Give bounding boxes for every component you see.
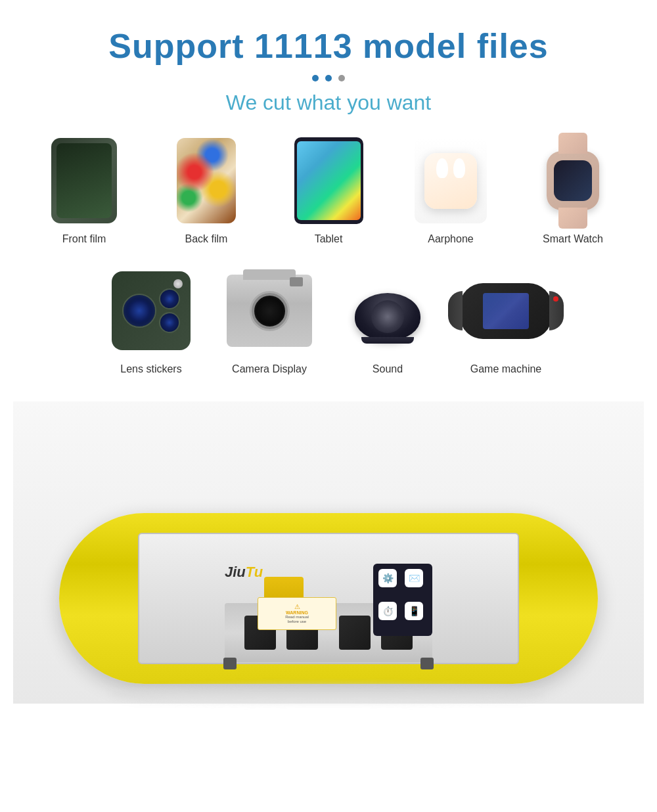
earphone-image (405, 135, 497, 227)
game-label: Game machine (470, 363, 542, 375)
speaker-inner (371, 300, 404, 333)
tablet-icon (294, 137, 363, 224)
watch-band-top (558, 133, 587, 154)
watch-icon (535, 138, 611, 223)
machine-inner: JiuTu ⚙️ ✉️ ⏱️ (138, 533, 519, 664)
phone-icon (51, 138, 117, 223)
speaker-body (355, 293, 420, 340)
header-section: Support 11113 model files We cut what yo… (13, 26, 644, 115)
game-image (460, 265, 552, 357)
product-camera: Camera Display (223, 265, 315, 375)
dots-row (13, 75, 644, 81)
lens-big (122, 294, 156, 328)
backfilm-icon (177, 138, 236, 223)
lens-image (105, 265, 197, 357)
warning-text: WARNING (286, 610, 308, 615)
machine-section: JiuTu ⚙️ ✉️ ⏱️ (13, 401, 644, 704)
camera-top (243, 269, 296, 280)
speaker-base (361, 337, 414, 344)
sound-image (342, 265, 434, 357)
product-sound: Sound (342, 265, 434, 375)
warning-label: ⚠ WARNING Read manualbefore use (258, 597, 336, 630)
product-back-film: Back film (148, 135, 264, 245)
machine-feet (59, 658, 598, 669)
screen-icon-4: 📱 (405, 602, 423, 620)
screen-icon-3: ⏱️ (378, 602, 397, 620)
smart-watch-label: Smart Watch (543, 233, 603, 245)
game-screen (483, 293, 529, 329)
warning-triangle: ⚠ (294, 603, 300, 610)
machine-logo: JiuTu (225, 564, 263, 581)
dot-2[interactable] (325, 75, 332, 81)
product-game: Game machine (460, 265, 552, 375)
warning-lines: Read manualbefore use (285, 615, 309, 624)
products-row2: Lens stickers Camera Display (13, 265, 644, 375)
camera-viewfinder (290, 277, 303, 286)
lens-flash (173, 279, 183, 288)
products-row1: Front film Back film Tablet Aarphone (13, 135, 644, 245)
game-left-grip (448, 291, 463, 330)
product-lens: Lens stickers (105, 265, 197, 375)
lens-label: Lens stickers (120, 363, 181, 375)
game-icon (460, 283, 552, 339)
back-film-image (160, 135, 252, 227)
machine-shadow (112, 684, 545, 704)
camera-label: Camera Display (232, 363, 307, 375)
screen-icon-1: ⚙️ (378, 569, 397, 587)
sound-icon (351, 281, 424, 340)
tablet-image (283, 135, 374, 227)
smart-watch-image (527, 135, 619, 227)
dot-3[interactable] (338, 75, 345, 81)
camera-image (223, 265, 315, 357)
camera-lens (252, 293, 288, 329)
watch-screen (554, 160, 592, 201)
watch-band-bottom (558, 208, 587, 229)
front-film-label: Front film (62, 233, 106, 245)
machine-wrapper: JiuTu ⚙️ ✉️ ⏱️ (46, 421, 611, 704)
subtitle: We cut what you want (13, 91, 644, 115)
roller-3 (339, 616, 371, 650)
earphone-icon (415, 138, 487, 223)
product-front-film: Front film (26, 135, 142, 245)
game-button (553, 296, 558, 302)
earphone-case (424, 153, 477, 209)
lens-small-group (159, 288, 180, 333)
screen-icon-2: ✉️ (405, 569, 423, 587)
product-earphone: Aarphone (393, 135, 509, 245)
page-container: Support 11113 model files We cut what yo… (0, 0, 657, 704)
sound-label: Sound (373, 363, 403, 375)
lens-small-2 (159, 312, 180, 333)
lens-icon (112, 271, 191, 350)
back-film-label: Back film (185, 233, 228, 245)
lens-small-1 (159, 288, 180, 309)
product-smart-watch: Smart Watch (515, 135, 631, 245)
dot-1[interactable] (312, 75, 319, 81)
camera-icon (227, 275, 312, 347)
tablet-label: Tablet (315, 233, 343, 245)
earphone-label: Aarphone (428, 233, 473, 245)
screen-panel: ⚙️ ✉️ ⏱️ 📱 (373, 564, 432, 636)
product-tablet: Tablet (271, 135, 386, 245)
front-film-image (38, 135, 130, 227)
watch-body (547, 151, 599, 210)
machine-body: JiuTu ⚙️ ✉️ ⏱️ (59, 513, 598, 684)
main-title: Support 11113 model files (13, 26, 644, 66)
foot-left (223, 658, 237, 669)
foot-right (420, 658, 434, 669)
